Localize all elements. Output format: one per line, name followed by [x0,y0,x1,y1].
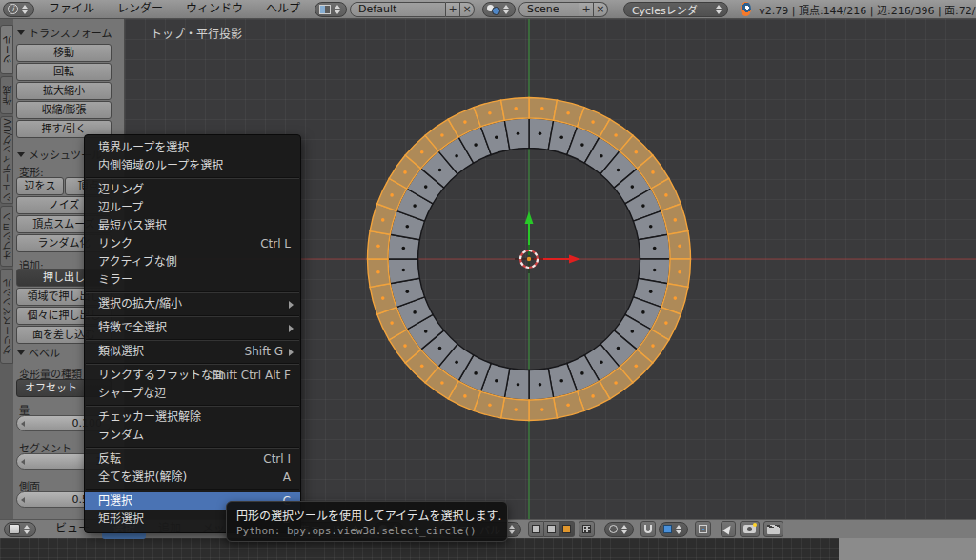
menu-item-shortest-path[interactable]: 最短パス選択 [85,217,300,235]
rotate-button[interactable]: 回転 [16,63,112,81]
vertex-select-mode-button[interactable] [528,521,544,537]
menu-item-label: 境界ループを選択 [98,141,189,154]
translate-manipulator[interactable] [525,211,581,264]
menu-item-label: リンク [98,237,132,250]
menu-item-sharp-edges[interactable]: シャープな辺 [85,385,300,403]
edge-cube-icon [547,525,556,533]
menu-item-select-similar[interactable]: 類似選択Shift G [85,343,300,361]
render-engine-dropdown[interactable]: Cyclesレンダー [623,2,728,17]
face-select-mode-button[interactable] [559,521,575,537]
submenu-arrow-icon [289,325,294,332]
chevron-updown-icon [620,524,629,535]
menu-item-select-boundary-loop[interactable]: 境界ループを選択 [85,139,300,157]
info-editor-icon: i [8,4,18,14]
translate-button[interactable]: 移動 [16,44,112,62]
screen-layout-name-field[interactable]: Default [350,2,446,17]
shrink-fatten-button[interactable]: 収縮/膨張 [16,101,112,119]
menu-item-linked[interactable]: リンクCtrl L [85,235,300,253]
render-engine-value: Cyclesレンダー [628,2,712,17]
menu-item-select-inner-region-loop[interactable]: 内側領域のループを選択 [85,157,300,175]
add-screen-layout-button[interactable]: + [446,2,460,17]
panel-header-transform[interactable]: トランスフォーム [17,25,122,40]
tooltip-popup: 円形の選択ツールを使用してアイテムを選択します. Python: bpy.ops… [226,501,508,542]
menu-file[interactable]: ファイル [37,0,106,18]
tab-options[interactable]: オプション [0,206,13,267]
view3d-editor-icon [9,524,20,534]
menu-item-random[interactable]: ランダム [85,427,300,445]
menu-help[interactable]: ヘルプ [254,0,312,18]
menu-item-label: ミラー [98,273,132,287]
menu-item-inverse[interactable]: 反転Ctrl I [85,450,300,469]
screen-layout-browse-button[interactable] [315,2,347,17]
scene-browse-button[interactable] [482,2,516,17]
add-scene-button[interactable]: + [580,2,594,17]
scale-button[interactable]: 拡大縮小 [16,82,112,100]
menu-item-label: 反転 [98,452,121,466]
menu-item-select-all-toggle[interactable]: 全てを選択(解除)A [85,469,300,487]
menu-item-label: ランダム [98,429,144,442]
menu-item-label: 円選択 [98,494,132,508]
tab-grease-pencil[interactable]: グリースペンシル [0,269,13,364]
editor-type-selector-3dview[interactable] [4,522,36,537]
vertex-cube-icon [532,525,540,533]
menu-window[interactable]: ウィンドウ [174,0,254,18]
tab-shading-uv[interactable]: シェーディング/UV [0,116,13,204]
menu-separator [86,291,299,293]
blender-logo-icon [741,2,752,16]
scene-statistics: v2.79 | 頂点:144/216 | 辺:216/396 | 面:72/18… [759,2,976,17]
menu-render[interactable]: レンダー [106,0,174,18]
menu-item-linked-flat-faces[interactable]: リンクするフラットな面Shift Ctrl Alt F [85,367,300,385]
render-opengl-image-button[interactable] [740,521,760,537]
menu-item-label: 矩形選択 [98,512,144,526]
scene-name-field[interactable]: Scene [518,2,580,17]
menu-item-shortcut: Shift Ctrl Alt F [212,367,291,385]
timeline-scroll-region[interactable] [839,538,976,560]
chevron-updown-icon [21,4,30,15]
delete-screen-layout-button[interactable]: × [460,2,475,17]
menu-separator [86,363,299,365]
edge-slide-button[interactable]: 辺をス [16,177,64,195]
magnet-icon [644,525,652,533]
edge-select-mode-button[interactable] [544,521,559,537]
menu-item-select-all-by-trait[interactable]: 特徴で全選択 [85,319,300,337]
tab-create[interactable]: 作成 [0,76,13,114]
clapperboard-icon [767,525,780,534]
screen-layout-icon [319,5,331,14]
menu-item-edge-loop[interactable]: 辺ループ [85,199,300,217]
menu-item-select-more-less[interactable]: 選択の拡大/縮小 [85,295,300,313]
chevron-updown-icon [715,4,723,15]
menu-separator [86,405,299,407]
chevron-updown-icon [502,4,511,15]
select-menu-popup: 境界ループを選択 内側領域のループを選択 辺リング 辺ループ 最短パス選択 リン… [84,134,301,533]
menu-item-shortcut: Ctrl L [260,235,291,253]
tooltip-text: 円形の選択ツールを使用してアイテムを選択します. [236,507,498,523]
snap-toggle-button[interactable] [640,521,656,537]
tab-tools[interactable]: ツール [0,25,13,74]
menu-item-side-of-active[interactable]: アクティブな側 [85,253,300,271]
submenu-arrow-icon [289,301,294,309]
panel-collapse-icon [17,152,25,157]
snap-target-icon [699,525,707,533]
menu-item-label: 辺リング [98,183,144,196]
menu-item-label: 特徴で全選択 [98,321,167,334]
menu-item-checker-deselect[interactable]: チェッカー選択解除 [85,409,300,427]
menu-separator [86,447,299,449]
chevron-updown-icon [334,4,342,15]
menu-item-mirror[interactable]: ミラー [85,271,300,290]
panel-collapse-icon [17,30,25,35]
manipulator-toggle-button[interactable] [721,521,736,537]
menu-item-label: 内側領域のループを選択 [98,159,223,172]
menu-item-label: 選択の拡大/縮小 [98,297,182,310]
cursor-3d [515,245,543,273]
panel-title: ベベル [29,345,60,360]
menu-separator [86,339,299,341]
editor-type-selector-info[interactable]: i [3,2,34,17]
snap-element-dropdown[interactable] [659,522,688,537]
snap-element-icon [663,525,672,533]
proportional-edit-dropdown[interactable] [604,522,634,537]
limit-to-visible-button[interactable] [579,521,595,537]
render-opengl-animation-button[interactable] [763,521,783,537]
delete-scene-button[interactable]: × [594,2,608,17]
snap-target-button[interactable] [695,521,711,537]
menu-item-edge-ring[interactable]: 辺リング [85,181,300,199]
